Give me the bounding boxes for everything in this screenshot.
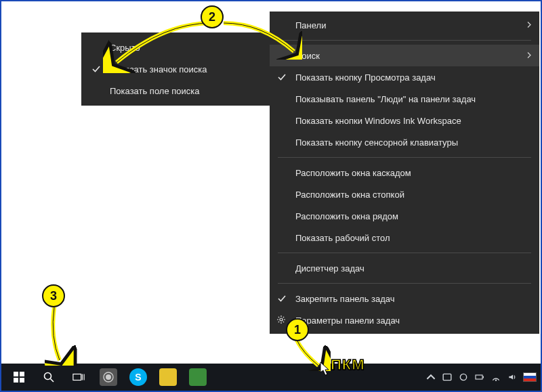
tray-chevron-up-icon[interactable] [425,372,436,383]
menu-item-show-desktop[interactable]: Показать рабочий стол [270,227,539,248]
menu-separator [278,253,531,253]
volume-icon[interactable] [507,372,518,383]
menu-label: Расположить окна стопкой [295,190,404,200]
start-button[interactable] [4,364,34,391]
menu-label: Показать кнопку сенсорной клавиатуры [295,137,458,148]
svg-point-12 [460,374,466,380]
menu-item-taskbar-settings[interactable]: Параметры панели задач [270,309,539,331]
tray-icon[interactable] [458,372,469,383]
svg-point-15 [495,380,497,381]
svg-rect-14 [483,376,484,378]
menu-item-show-ink[interactable]: Показать кнопки Windows Ink Workspace [270,110,539,131]
annotation-badge-3: 3 [42,284,65,307]
network-icon[interactable] [491,372,501,383]
check-icon [276,72,287,83]
menu-label: Показать рабочий стол [295,233,390,243]
menu-item-panels[interactable]: Панели [270,14,539,36]
annotation-arrow-3 [45,305,92,366]
taskbar-app-4[interactable] [183,364,213,391]
taskbar-app-3[interactable] [153,364,183,391]
menu-item-show-taskview[interactable]: Показать кнопку Просмотра задач [270,66,539,88]
tray-icon[interactable] [442,372,453,383]
app-icon [159,368,177,386]
menu-label: Показать кнопку Просмотра задач [295,72,436,83]
menu-label: Показать кнопки Windows Ink Workspace [295,116,461,126]
submenu-item-show-box[interactable]: Показать поле поиска [81,80,270,102]
menu-item-sidebyside[interactable]: Расположить окна рядом [270,205,539,227]
menu-item-task-manager[interactable]: Диспетчер задач [270,257,539,279]
menu-item-show-touchkb[interactable]: Показать кнопку сенсорной клавиатуры [270,131,539,153]
menu-item-show-people[interactable]: Показывать панель "Люди" на панели задач [270,88,539,110]
menu-separator [278,40,531,41]
taskbar[interactable]: S [1,364,541,391]
system-tray[interactable] [425,364,537,391]
svg-point-0 [280,318,283,321]
skype-icon: S [129,368,147,386]
menu-item-cascade[interactable]: Расположить окна каскадом [270,162,539,183]
chevron-right-icon [526,51,533,61]
mouse-cursor-icon [320,362,331,376]
taskbar-context-menu: Панели Поиск Показать кнопку Просмотра з… [270,12,539,334]
search-icon [43,371,55,383]
svg-rect-7 [73,374,81,380]
menu-label: Закрепить панель задач [295,294,395,304]
menu-separator [278,157,531,158]
menu-label: Показать поле поиска [110,86,200,96]
menu-separator [278,283,531,284]
chevron-right-icon [526,20,533,30]
battery-icon[interactable] [474,372,485,383]
svg-rect-2 [20,372,24,376]
taskbar-app-skype[interactable]: S [123,364,153,391]
menu-label: Расположить окна каскадом [295,168,411,178]
annotation-badge-2: 2 [201,5,224,28]
taskbar-app-1[interactable] [93,364,123,391]
menu-item-stacked[interactable]: Расположить окна стопкой [270,183,539,205]
taskbar-search-button[interactable] [34,364,64,391]
svg-rect-1 [14,372,18,376]
gear-icon [276,315,287,326]
windows-logo-icon [13,371,25,383]
svg-line-6 [51,379,54,383]
menu-label: Параметры панели задач [295,315,400,326]
menu-item-search[interactable]: Поиск [270,45,539,66]
menu-label: Расположить окна рядом [295,211,398,221]
annotation-arrow-2-right [221,19,302,60]
svg-rect-4 [20,378,24,383]
taskview-button[interactable] [64,364,93,391]
language-indicator-icon[interactable] [523,372,537,382]
menu-label: Диспетчер задач [295,263,364,274]
app-icon [189,368,207,386]
check-icon [276,293,287,304]
svg-rect-3 [14,378,18,383]
svg-point-5 [45,373,51,380]
svg-rect-13 [476,375,482,379]
svg-rect-11 [443,374,451,380]
taskview-icon [72,371,85,383]
menu-item-lock-taskbar[interactable]: Закрепить панель задач [270,288,539,309]
annotation-arrow-2-left [103,19,218,73]
menu-label: Показывать панель "Люди" на панели задач [295,94,476,104]
annotation-label-pkm: ПКМ [331,356,365,374]
check-icon [91,64,102,74]
annotation-badge-1: 1 [286,318,309,341]
app-icon [100,368,117,386]
